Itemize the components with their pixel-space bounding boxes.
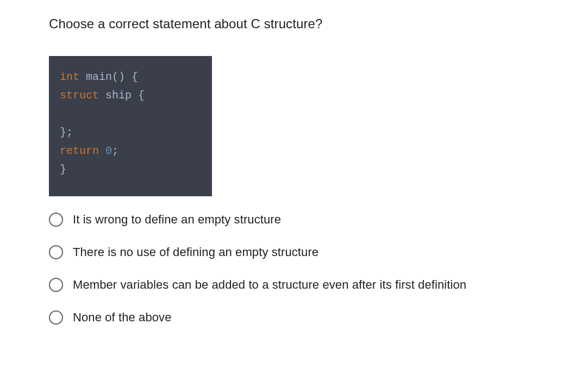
question-text: Choose a correct statement about C struc… [49,16,538,32]
code-token: main [86,71,112,83]
option-label: It is wrong to define an empty structure [73,213,281,227]
code-token [132,89,138,102]
code-token: int [60,71,79,83]
question-container: Choose a correct statement about C struc… [49,16,538,325]
code-token: struct [60,89,99,102]
code-token: ; [112,145,118,157]
code-line: struct ship { [60,86,201,105]
option-label: None of the above [73,310,172,325]
code-token [99,145,105,157]
code-line: } [60,160,201,179]
code-line [60,105,201,123]
code-line: int main() { [60,68,201,86]
option-3[interactable]: None of the above [49,310,538,325]
code-token: 0 [105,145,112,157]
code-token: } [60,163,66,176]
radio-icon[interactable] [49,310,63,325]
code-block: int main() {struct ship { };return 0;} [49,56,212,196]
code-token: () [112,71,125,83]
code-token: { [138,89,145,102]
option-2[interactable]: Member variables can be added to a struc… [49,278,538,292]
option-1[interactable]: There is no use of defining an empty str… [49,245,538,259]
option-label: Member variables can be added to a struc… [73,278,466,292]
code-line: }; [60,123,201,142]
code-token: }; [60,126,73,139]
option-0[interactable]: It is wrong to define an empty structure [49,213,538,227]
code-token: ship [105,89,132,102]
radio-icon[interactable] [49,278,63,292]
code-token [79,71,86,83]
code-line: return 0; [60,142,201,160]
radio-icon[interactable] [49,245,63,259]
code-token: { [132,71,138,83]
radio-icon[interactable] [49,213,63,227]
code-token: return [60,145,99,157]
code-token [99,89,105,102]
option-label: There is no use of defining an empty str… [73,245,319,259]
code-token [125,71,132,83]
options-list: It is wrong to define an empty structure… [49,213,538,325]
